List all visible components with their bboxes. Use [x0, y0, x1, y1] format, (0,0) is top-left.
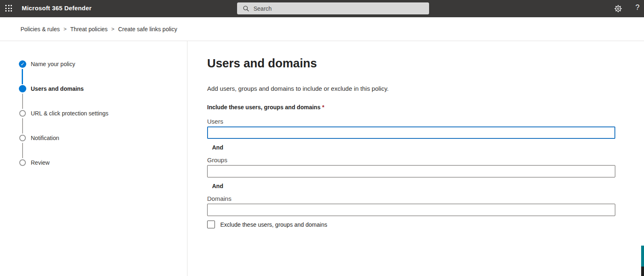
exclude-checkbox-row[interactable]: Exclude these users, groups and domains	[207, 221, 327, 228]
wizard-page-content: Users and domains Add users, groups and …	[187, 41, 644, 276]
wizard-steps-rail: ✓ Name your policy Users and domains URL…	[0, 41, 187, 276]
magnifier-icon	[243, 5, 249, 12]
global-search[interactable]	[237, 2, 429, 14]
breadcrumb: Policies & rules > Threat policies > Cre…	[0, 17, 644, 41]
step-label: Name your policy	[31, 61, 75, 67]
edge-scrollbar-accent[interactable]	[641, 246, 644, 267]
and-separator: And	[212, 144, 223, 151]
app-launcher-icon[interactable]	[5, 5, 13, 12]
required-marker: *	[322, 104, 324, 110]
step-connector	[22, 143, 23, 158]
edge-dark-bar	[641, 267, 644, 276]
domains-input[interactable]	[207, 204, 615, 216]
gear-icon	[614, 5, 622, 13]
breadcrumb-current-page: Create safe links policy	[118, 26, 177, 32]
step-connector	[22, 69, 23, 84]
groups-input[interactable]	[207, 165, 615, 177]
step-label: Users and domains	[31, 85, 84, 92]
step-completed-check-icon: ✓	[19, 60, 26, 68]
chevron-right-icon: >	[64, 26, 67, 32]
step-current-dot	[19, 85, 26, 92]
page-title: Users and domains	[207, 57, 317, 70]
step-upcoming-dot	[19, 159, 26, 166]
users-input[interactable]	[207, 126, 615, 139]
breadcrumb-threat-policies[interactable]: Threat policies	[70, 26, 107, 32]
step-label: Notification	[31, 135, 59, 141]
users-field-label: Users	[207, 118, 223, 125]
exclude-checkbox[interactable]	[207, 221, 215, 228]
breadcrumb-policies-rules[interactable]: Policies & rules	[21, 26, 60, 32]
include-section-label: Include these users, groups and domains*	[207, 104, 324, 110]
help-button[interactable]: ?	[635, 3, 639, 12]
step-label: Review	[31, 159, 50, 166]
step-connector	[22, 118, 23, 133]
page-body: ✓ Name your policy Users and domains URL…	[0, 41, 644, 276]
step-upcoming-dot	[19, 135, 26, 141]
and-separator: And	[212, 183, 223, 189]
app-title: Microsoft 365 Defender	[22, 5, 91, 12]
search-input[interactable]	[253, 3, 429, 14]
step-connector	[22, 94, 23, 109]
exclude-checkbox-label[interactable]: Exclude these users, groups and domains	[220, 221, 327, 228]
groups-field-label: Groups	[207, 156, 227, 163]
app-header: Microsoft 365 Defender ?	[0, 0, 644, 17]
page-description: Add users, groups and domains to include…	[207, 85, 388, 92]
step-upcoming-dot	[19, 110, 26, 117]
step-label: URL & click protection settings	[31, 110, 108, 117]
settings-button[interactable]	[614, 5, 622, 13]
domains-field-label: Domains	[207, 195, 231, 202]
chevron-right-icon: >	[111, 26, 114, 32]
